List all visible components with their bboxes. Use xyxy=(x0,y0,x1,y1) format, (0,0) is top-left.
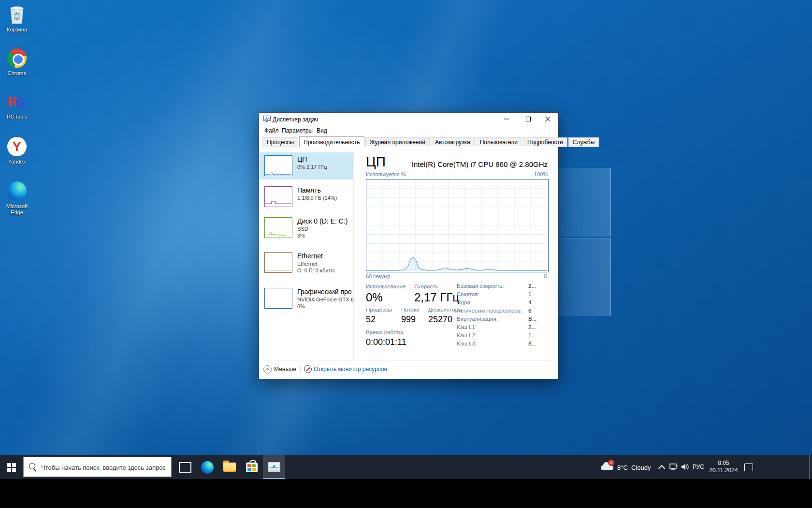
language-indicator[interactable]: РУС xyxy=(693,463,704,470)
weather-badge: 1 xyxy=(608,460,614,466)
handles-value: 25270 xyxy=(428,314,452,325)
tab-startup[interactable]: Автозагрузка xyxy=(431,137,475,147)
fewer-details-button[interactable]: Меньше xyxy=(274,366,296,373)
menu-options[interactable]: Параметры xyxy=(282,127,313,134)
cpu-mini-chart xyxy=(264,155,292,176)
tab-details[interactable]: Подробности xyxy=(523,137,567,147)
sidebar-item-gpu[interactable]: Графический про NVIDIA GeForce GTX 660 0… xyxy=(259,285,353,318)
tab-strip: Процессы Производительность Журнал прило… xyxy=(262,137,600,147)
usage-label: Использование xyxy=(366,284,406,289)
memory-mini-chart xyxy=(264,186,292,207)
tab-processes[interactable]: Процессы xyxy=(262,137,298,147)
wallpaper-window-pane-top xyxy=(557,168,611,237)
edge-icon xyxy=(6,180,28,202)
tab-services[interactable]: Службы xyxy=(568,137,599,147)
task-manager-footer: Меньше | Открыть монитор ресурсов xyxy=(259,360,558,379)
menu-file[interactable]: Файл xyxy=(264,127,279,134)
task-view-button[interactable] xyxy=(174,455,196,479)
resource-monitor-icon xyxy=(304,365,312,373)
speed-label: Скорость xyxy=(414,284,438,289)
footer-divider: | xyxy=(300,364,302,373)
yandex-icon: Y xyxy=(6,136,28,157)
window-title: Диспетчер задач xyxy=(273,116,318,123)
chart-axis-bottom-right: 0 xyxy=(544,273,547,279)
task-manager-app-icon xyxy=(263,116,271,122)
file-explorer-icon xyxy=(223,463,236,472)
tab-users[interactable]: Пользователи xyxy=(476,137,522,147)
processes-label: Процессы xyxy=(366,307,392,313)
desktop-icon-rgtools[interactable]: RG RGTools xyxy=(1,91,32,120)
sidebar-item-memory[interactable]: Память 1,1/8,0 ГБ (14%) xyxy=(259,183,353,210)
taskbar-store[interactable] xyxy=(241,455,263,479)
desktop-icon-label: Yandex xyxy=(1,159,32,165)
stat-sockets: Сокетов:1 xyxy=(457,291,545,299)
task-manager-window: Диспетчер задач Файл Параметры Вид Проце… xyxy=(259,113,558,379)
stat-l3-cache: Кэш L3:8... xyxy=(457,341,545,349)
desktop-icon-chrome[interactable]: Chrome xyxy=(1,47,32,76)
taskbar-search[interactable] xyxy=(23,457,172,477)
stat-l2-cache: Кэш L2:1... xyxy=(457,332,545,341)
taskbar-edge[interactable] xyxy=(196,455,218,479)
clock-date: 20.11.2024 xyxy=(707,467,740,474)
rgtools-icon: RG xyxy=(6,91,28,112)
stat-logical-processors: Логических процессоров:8 xyxy=(457,308,545,316)
chart-axis-top-right: 100% xyxy=(534,171,548,177)
taskbar-clock[interactable]: 8:05 20.11.2024 xyxy=(707,460,740,474)
performance-sidebar: ЦП 0% 2,17 ГГц Память 1,1/8,0 ГБ (14%) Д… xyxy=(259,149,354,360)
chart-axis-bottom-left: 60 секунд xyxy=(366,273,390,279)
cpu-detail-pane: ЦП Intel(R) Core(TM) i7 CPU 860 @ 2.80GH… xyxy=(354,146,558,360)
action-center-icon[interactable] xyxy=(744,463,753,471)
desktop-icon-edge[interactable]: Microsoft Edge xyxy=(1,180,32,216)
taskbar-task-manager[interactable] xyxy=(263,455,285,479)
ethernet-mini-chart xyxy=(264,252,292,273)
sidebar-item-cpu[interactable]: ЦП 0% 2,17 ГГц xyxy=(259,152,353,179)
cpu-usage-chart xyxy=(366,179,549,272)
cpu-model-name: Intel(R) Core(TM) i7 CPU 860 @ 2.80GHz xyxy=(412,160,548,168)
show-desktop-button[interactable] xyxy=(809,455,812,479)
store-icon xyxy=(246,463,258,472)
speed-value: 2,17 ГГц xyxy=(414,291,459,304)
sidebar-item-ethernet[interactable]: Ethernet Ethernet О: 0 П: 0 кбит/с xyxy=(259,249,353,282)
desktop-icon-label: Корзина xyxy=(1,27,32,33)
menu-bar: Файл Параметры Вид xyxy=(259,125,558,136)
close-button[interactable] xyxy=(536,113,558,125)
uptime-label: Время работы xyxy=(366,329,403,335)
processes-value: 52 xyxy=(366,314,376,325)
chrome-icon xyxy=(6,47,28,69)
weather-condition: Cloudy xyxy=(631,464,651,471)
search-icon xyxy=(29,463,35,469)
tray-overflow-chevron[interactable] xyxy=(658,465,665,472)
recycle-bin-icon xyxy=(6,4,28,25)
desktop-icon-label: Chrome xyxy=(1,70,32,76)
maximize-button[interactable] xyxy=(517,113,539,125)
threads-value: 999 xyxy=(401,314,416,325)
network-icon[interactable] xyxy=(669,463,678,471)
desktop-icon-yandex[interactable]: Y Yandex xyxy=(1,136,32,165)
usage-value: 0% xyxy=(366,291,383,304)
wallpaper-window-pane-bottom xyxy=(557,238,611,316)
open-resource-monitor-link[interactable]: Открыть монитор ресурсов xyxy=(314,366,387,373)
collapse-chevron-icon[interactable] xyxy=(263,365,272,374)
search-input[interactable] xyxy=(40,457,170,478)
weather-temp: 8°C xyxy=(617,464,628,471)
speaker-icon[interactable] xyxy=(681,463,689,471)
windows-logo-icon xyxy=(7,463,16,472)
tab-app-history[interactable]: Журнал приложений xyxy=(365,137,430,147)
menu-view[interactable]: Вид xyxy=(317,127,327,134)
minimize-button[interactable] xyxy=(495,113,517,125)
disk-mini-chart xyxy=(264,217,292,238)
edge-icon xyxy=(201,461,214,474)
taskbar-file-explorer[interactable] xyxy=(218,455,241,479)
cloud-icon xyxy=(601,465,613,470)
gpu-mini-chart xyxy=(264,288,292,309)
desktop-icon-label: RGTools xyxy=(1,114,32,120)
tab-performance[interactable]: Производительность xyxy=(299,136,364,147)
stat-l1-cache: Кэш L1:2... xyxy=(457,324,545,332)
stat-virtualization: Виртуализация:В... xyxy=(457,316,545,324)
start-button[interactable] xyxy=(0,455,23,479)
threads-label: Потоки xyxy=(401,307,419,313)
sidebar-item-disk[interactable]: Диск 0 (D: E: C:) SSD 3% xyxy=(259,214,353,247)
title-bar[interactable]: Диспетчер задач xyxy=(259,113,558,125)
desktop-icon-recycle-bin[interactable]: Корзина xyxy=(1,4,32,33)
task-view-icon xyxy=(179,462,191,473)
